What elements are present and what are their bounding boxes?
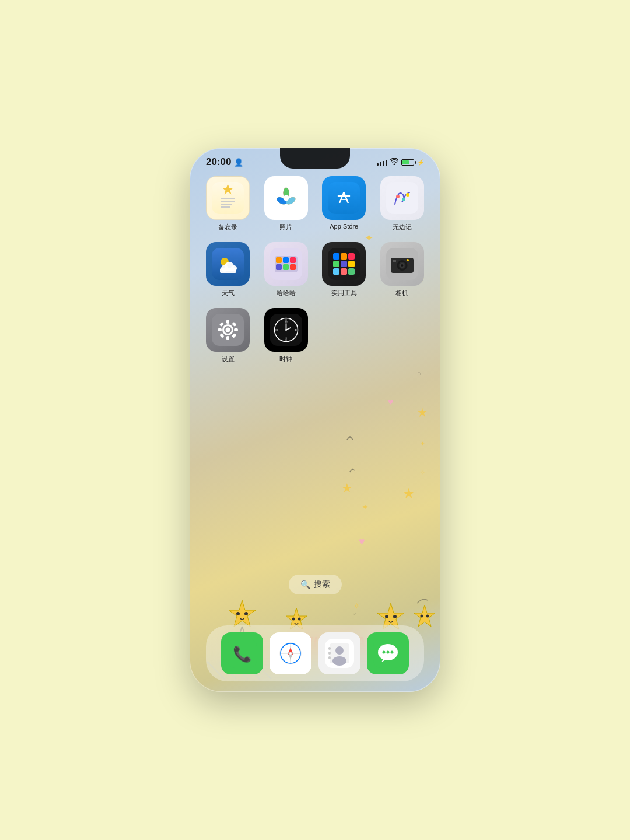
svg-rect-98 (234, 328, 238, 331)
dock-safari[interactable] (270, 632, 312, 674)
app-grid-wrapper: 备忘录 (190, 170, 440, 363)
search-icon: 🔍 (300, 580, 310, 589)
signal-icon (377, 159, 387, 166)
app-item-folder-hahaha[interactable]: 哈哈哈 (260, 242, 313, 298)
app-label-clock: 时钟 (279, 355, 292, 363)
svg-text:★: ★ (341, 481, 353, 495)
svg-text:★: ★ (417, 406, 428, 419)
phone-screen: 20:00 👤 (190, 148, 440, 692)
svg-rect-65 (220, 268, 236, 273)
app-grid: 备忘录 (190, 170, 440, 363)
app-item-settings[interactable]: 设置 (201, 308, 255, 363)
search-label: 搜索 (314, 579, 330, 590)
svg-rect-80 (348, 261, 355, 267)
app-item-freeform[interactable]: 无边记 (376, 176, 429, 232)
svg-rect-135 (328, 652, 331, 654)
svg-point-59 (406, 193, 410, 197)
svg-point-33 (426, 615, 429, 618)
wifi-icon (390, 158, 398, 167)
time-display: 20:00 (206, 156, 231, 168)
svg-rect-73 (290, 264, 296, 270)
svg-point-20 (236, 612, 240, 615)
svg-point-140 (383, 651, 386, 654)
svg-text:★: ★ (402, 485, 415, 501)
svg-rect-95 (226, 320, 229, 324)
svg-rect-56 (386, 182, 418, 214)
svg-rect-77 (348, 253, 355, 260)
app-item-weather[interactable]: 天气 (201, 242, 255, 298)
svg-point-21 (244, 612, 248, 615)
dock-phone[interactable]: 📞 (221, 632, 263, 674)
svg-point-29 (385, 615, 388, 618)
svg-point-133 (332, 656, 346, 666)
svg-rect-81 (333, 268, 340, 275)
svg-point-142 (391, 651, 394, 654)
svg-marker-19 (229, 600, 256, 626)
svg-point-25 (292, 618, 295, 621)
svg-point-30 (393, 615, 397, 618)
svg-rect-134 (328, 647, 331, 650)
dock-messages[interactable] (367, 632, 409, 674)
app-label-utilities: 实用工具 (331, 289, 357, 298)
svg-rect-97 (218, 328, 222, 331)
svg-rect-69 (283, 257, 289, 263)
person-icon: 👤 (234, 158, 243, 167)
svg-rect-78 (333, 261, 340, 267)
svg-point-128 (289, 652, 292, 654)
svg-point-32 (421, 615, 424, 618)
svg-text:✧: ✧ (353, 601, 360, 611)
app-label-weather: 天气 (222, 289, 235, 298)
svg-rect-72 (283, 264, 289, 270)
svg-rect-70 (290, 257, 296, 263)
app-label-camera: 相机 (396, 289, 408, 298)
dynamic-island (280, 148, 350, 169)
app-label-freeform: 无边记 (393, 223, 412, 232)
svg-point-26 (298, 618, 301, 621)
app-label-appstore: App Store (330, 223, 358, 230)
app-item-notes[interactable]: 备忘录 (201, 176, 255, 232)
app-item-appstore[interactable]: A App Store (317, 176, 371, 232)
svg-text:♥: ♥ (388, 397, 394, 407)
app-item-utilities[interactable]: 实用工具 (317, 242, 371, 298)
svg-marker-31 (414, 605, 435, 626)
svg-text:✦: ✦ (362, 502, 369, 512)
app-item-camera[interactable]: 相机 (376, 242, 429, 298)
svg-rect-82 (341, 268, 347, 275)
app-label-photos: 照片 (279, 223, 292, 232)
svg-point-52 (283, 195, 289, 201)
dock: 📞 (206, 625, 424, 681)
svg-point-89 (401, 264, 403, 267)
svg-text:✧: ✧ (420, 469, 425, 476)
svg-point-58 (402, 198, 405, 201)
svg-rect-83 (348, 268, 355, 275)
battery-icon: ⚡ (401, 159, 424, 166)
svg-text:A: A (339, 189, 349, 206)
svg-point-116 (285, 329, 287, 331)
svg-point-141 (387, 651, 390, 654)
app-label-settings: 设置 (222, 355, 235, 363)
svg-rect-91 (393, 260, 396, 262)
svg-rect-136 (328, 656, 331, 659)
svg-rect-96 (226, 336, 229, 340)
app-item-clock[interactable]: 12 3 6 9 时钟 (260, 308, 313, 363)
svg-rect-71 (276, 264, 282, 270)
svg-rect-79 (341, 261, 347, 267)
svg-text:○: ○ (417, 370, 421, 377)
svg-text:○: ○ (353, 611, 356, 616)
svg-text:♥: ♥ (359, 536, 365, 547)
svg-rect-75 (333, 253, 340, 260)
svg-rect-76 (341, 253, 347, 260)
svg-point-132 (335, 646, 344, 654)
app-item-photos[interactable]: 照片 (260, 176, 313, 232)
svg-point-90 (407, 259, 409, 261)
dock-contacts[interactable] (318, 632, 360, 674)
svg-text:✦: ✦ (420, 440, 425, 447)
svg-point-57 (396, 195, 400, 198)
app-label-hahaha: 哈哈哈 (276, 289, 296, 298)
status-icons: ⚡ (377, 158, 424, 167)
svg-point-94 (226, 328, 230, 332)
search-bar[interactable]: 🔍 搜索 (289, 575, 342, 594)
app-label-notes: 备忘录 (218, 223, 237, 232)
svg-rect-68 (276, 257, 282, 263)
svg-text:📞: 📞 (233, 645, 252, 663)
